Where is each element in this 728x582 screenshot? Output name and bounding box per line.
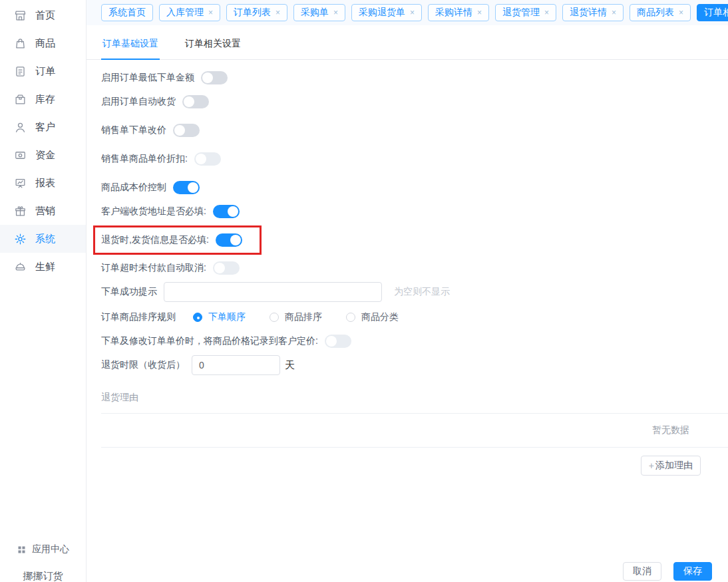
radio-icon	[346, 313, 355, 322]
top-tab[interactable]: 采购单×	[293, 4, 345, 21]
sidebar-item-label: 生鲜	[35, 261, 55, 273]
form-actions: 取消 保存	[623, 562, 712, 581]
sub-tab[interactable]: 订单相关设置	[184, 38, 242, 60]
close-icon[interactable]: ×	[544, 9, 549, 17]
gift-icon	[14, 205, 27, 218]
sidebar-item-home[interactable]: 首页	[0, 1, 86, 29]
top-tab-label: 退货管理	[502, 7, 540, 19]
sidebar-item-label: 客户	[35, 121, 55, 134]
radio-label: 商品排序	[285, 311, 322, 323]
sidebar-item-system[interactable]: 系统	[0, 225, 86, 253]
highlight-red-box: 退货时,发货信息是否必填:	[93, 225, 262, 255]
top-tab[interactable]: 采购退货单×	[351, 4, 422, 21]
top-tab-label: 采购单	[301, 7, 329, 19]
toggle-switch[interactable]	[213, 261, 240, 275]
close-icon[interactable]: ×	[612, 9, 616, 17]
radio-label: 下单顺序	[208, 311, 246, 323]
empty-data-text: 暂无数据	[652, 424, 689, 436]
sidebar-item-inventory[interactable]: 库存	[0, 85, 86, 113]
top-tab-label: 采购退货单	[359, 7, 405, 19]
toggle-switch[interactable]	[213, 205, 240, 218]
top-tab-label: 系统首页	[108, 7, 146, 19]
setting-label: 退货时限（收货后）	[101, 359, 185, 371]
setting-toggle-row: 订单超时未付款自动取消:	[101, 261, 728, 275]
top-tab[interactable]: 退货管理×	[495, 4, 556, 21]
sidebar-item-label: 营销	[35, 205, 55, 218]
sidebar: 首页商品订单库存客户资金报表营销系统生鲜 应用中心 挪挪订货	[0, 0, 87, 582]
sidebar-item-fresh[interactable]: 生鲜	[0, 253, 86, 281]
setting-toggle-row: 销售单下单改价	[101, 124, 728, 137]
setting-label: 订单商品排序规则	[101, 311, 176, 323]
top-tab[interactable]: 商品列表×	[630, 4, 691, 21]
top-tab-bar: 系统首页入库管理×订单列表×采购单×采购退货单×采购详情×退货管理×退货详情×商…	[87, 0, 728, 25]
sub-tab[interactable]: 订单基础设置	[101, 38, 160, 60]
top-tab-label: 商品列表	[637, 7, 674, 19]
toggle-switch[interactable]	[201, 71, 228, 84]
record-customer-price-row: 下单及修改订单单价时，将商品价格记录到客户定价:	[101, 335, 728, 348]
toggle-switch[interactable]	[182, 95, 209, 108]
sort-rule-options: 下单顺序商品排序商品分类	[182, 311, 412, 323]
gear-icon	[14, 233, 27, 245]
main-panel: 订单基础设置订单相关设置 启用订单最低下单金额启用订单自动收货销售单下单改价销售…	[87, 25, 728, 582]
toggle-switch[interactable]	[216, 233, 242, 247]
sidebar-item-reports[interactable]: 报表	[0, 169, 86, 197]
close-icon[interactable]: ×	[208, 9, 213, 17]
top-tab[interactable]: 采购详情×	[428, 4, 489, 21]
radio-option[interactable]: 商品分类	[346, 311, 399, 323]
setting-label: 下单及修改订单单价时，将商品价格记录到客户定价:	[101, 335, 318, 347]
top-tab[interactable]: 系统首页	[101, 4, 153, 21]
settings-tab-bar: 订单基础设置订单相关设置	[87, 25, 728, 60]
setting-label: 订单超时未付款自动取消:	[101, 262, 206, 274]
order-success-tip-input[interactable]	[164, 282, 382, 302]
cancel-button[interactable]: 取消	[623, 562, 661, 581]
return-time-limit-input[interactable]	[192, 355, 280, 375]
sidebar-item-label: 库存	[35, 93, 55, 106]
settings-form: 启用订单最低下单金额启用订单自动收货销售单下单改价销售单商品单价折扣:商品成本价…	[87, 60, 728, 375]
setting-toggle-row: 启用订单自动收货	[101, 95, 728, 108]
toggle-switch[interactable]	[325, 335, 351, 348]
setting-label: 商品成本价控制	[101, 182, 166, 194]
add-reason-button[interactable]: + 添加理由	[641, 456, 701, 476]
return-reason-section: 退货理由 暂无数据 + 添加理由	[87, 392, 728, 476]
setting-toggle-row: 客户端收货地址是否必填:	[101, 205, 728, 218]
top-tab[interactable]: 入库管理×	[159, 4, 220, 21]
report-chart-icon	[14, 177, 27, 190]
radio-option[interactable]: 商品排序	[270, 311, 322, 323]
close-icon[interactable]: ×	[477, 9, 482, 17]
top-tab[interactable]: 订单相关×	[697, 4, 728, 21]
save-button[interactable]: 保存	[673, 562, 712, 581]
top-tab-label: 采购详情	[435, 7, 472, 19]
sidebar-item-funds[interactable]: 资金	[0, 141, 86, 169]
close-icon[interactable]: ×	[410, 9, 415, 17]
sidebar-item-goods[interactable]: 商品	[0, 29, 86, 57]
top-tab-label: 退货详情	[570, 7, 607, 19]
sidebar-item-orders[interactable]: 订单	[0, 57, 86, 85]
toggle-switch[interactable]	[173, 124, 200, 137]
sidebar-nav: 首页商品订单库存客户资金报表营销系统生鲜	[0, 0, 86, 281]
app-center-label: 应用中心	[32, 543, 69, 555]
setting-toggle-row: 退货时,发货信息是否必填:	[101, 233, 242, 247]
top-tab[interactable]: 订单列表×	[226, 4, 287, 21]
app-center-button[interactable]: 应用中心	[0, 543, 86, 555]
package-icon	[14, 93, 27, 106]
sidebar-item-label: 资金	[35, 149, 55, 162]
close-icon[interactable]: ×	[333, 9, 338, 17]
toggle-switch[interactable]	[194, 152, 221, 166]
return-time-limit-row: 退货时限（收货后） 天	[101, 355, 728, 375]
top-tab-label: 订单相关	[704, 7, 728, 19]
sidebar-item-customers[interactable]: 客户	[0, 113, 86, 141]
close-icon[interactable]: ×	[275, 9, 280, 17]
user-icon	[14, 121, 27, 134]
close-icon[interactable]: ×	[679, 9, 683, 17]
setting-label: 销售单商品单价折扣:	[101, 153, 188, 165]
brand-name: 挪挪订货	[0, 570, 86, 582]
setting-label: 退货时,发货信息是否必填:	[101, 234, 209, 246]
sidebar-item-label: 商品	[35, 37, 55, 50]
top-tab[interactable]: 退货详情×	[562, 4, 624, 21]
toggle-switch[interactable]	[173, 181, 200, 194]
app-grid-icon	[17, 545, 27, 555]
sidebar-item-label: 报表	[35, 177, 55, 190]
radio-option[interactable]: 下单顺序	[193, 311, 246, 323]
sidebar-item-marketing[interactable]: 营销	[0, 197, 86, 225]
setting-label: 客户端收货地址是否必填:	[101, 206, 206, 218]
